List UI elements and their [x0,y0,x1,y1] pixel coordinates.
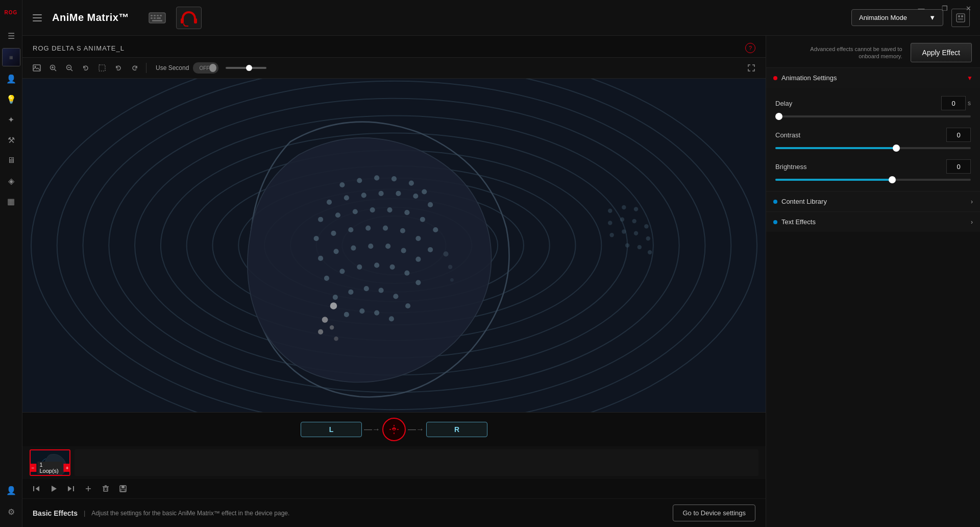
content-library-title: Content Library [781,198,967,205]
svg-point-65 [383,226,388,231]
animation-settings-title: Animation Settings [781,74,963,82]
close-button[interactable]: ✕ [957,0,980,16]
delay-slider[interactable] [775,115,971,117]
canvas-svg [22,79,766,412]
right-panel-header: Advanced effects cannot be saved to onbo… [766,36,980,67]
sync-link-icon[interactable] [382,418,406,441]
zoom-in-button[interactable] [46,61,60,75]
toggle-label: OFF [199,65,209,71]
svg-point-59 [420,217,425,222]
contrast-slider[interactable] [775,147,971,149]
rog-logo-text: ROG [5,10,18,15]
window-chrome: — ❐ ✕ [910,0,980,16]
apply-effect-button[interactable]: Apply Effect [911,43,972,62]
sidebar-item-aura[interactable]: ◈ [2,172,20,190]
use-second-toggle[interactable]: OFF [193,62,218,74]
brightness-slider-row [226,67,266,69]
fullscreen-button[interactable] [744,61,758,75]
clip-empty-area[interactable] [75,449,758,476]
svg-point-68 [428,247,433,252]
svg-point-55 [353,209,358,214]
svg-point-80 [390,265,395,270]
brightness-setting: Brightness 0 [775,159,971,181]
contrast-value-box[interactable]: 0 [946,128,971,142]
loop-plus-button[interactable]: + [64,464,70,472]
save-button[interactable] [116,482,130,495]
top-brightness-slider[interactable] [226,67,266,69]
sidebar-item-devices[interactable]: 💡 [2,90,20,108]
hamburger-menu[interactable] [33,14,42,21]
redo-button[interactable] [128,61,142,75]
headset-device-icon[interactable] [176,7,202,29]
keyboard-device-icon[interactable] [144,7,170,29]
svg-point-52 [428,202,433,207]
content-library-arrow: › [971,198,973,205]
sidebar-item-profile[interactable]: 👤 [2,69,20,88]
svg-point-114 [648,250,652,254]
svg-point-47 [344,195,349,200]
svg-point-84 [348,290,353,295]
rotate-ccw-button[interactable] [79,61,93,75]
delay-value-box[interactable]: 0 [941,96,966,110]
sidebar-item-media[interactable]: 🖥 [2,151,20,170]
top-slider-thumb [246,65,252,71]
animation-settings-header[interactable]: Animation Settings ▼ [766,68,980,88]
svg-rect-117 [33,486,34,491]
sidebar-item-display[interactable]: ▦ [2,192,20,210]
image-import-button[interactable] [30,61,44,75]
svg-point-109 [622,229,626,233]
restore-button[interactable]: ❐ [933,0,957,16]
svg-rect-5 [151,17,153,19]
select-button[interactable] [95,61,109,75]
svg-point-57 [387,207,392,212]
svg-point-46 [327,200,332,205]
help-icon[interactable]: ? [745,43,755,53]
svg-point-82 [415,280,421,285]
sidebar-item-tools[interactable]: ⚒ [2,131,20,149]
svg-point-71 [351,246,356,251]
delay-unit: s [968,100,971,107]
svg-point-77 [339,269,345,274]
sidebar-item-effects[interactable]: ✦ [2,110,20,129]
contrast-slider-thumb [893,145,900,152]
sidebar-item-home[interactable]: ☰ [2,27,20,45]
play-button[interactable] [47,482,60,495]
toggle-knob [209,64,216,72]
svg-point-48 [361,193,366,198]
canvas-viewport [22,79,766,412]
svg-point-93 [330,302,337,309]
left-panel-indicator[interactable]: L [301,422,362,437]
animation-settings-body: Delay 0 s [766,88,980,191]
svg-point-72 [368,244,373,249]
skip-back-button[interactable] [30,482,43,495]
brightness-label: Brightness [775,163,806,171]
brightness-slider[interactable] [775,179,971,181]
sidebar-item-user-settings[interactable]: 👤 [2,481,20,499]
right-panel-indicator[interactable]: R [426,422,487,437]
loop-minus-button[interactable]: − [30,464,36,472]
skip-forward-button[interactable] [64,482,78,495]
undo-button[interactable] [111,61,126,75]
svg-point-58 [404,210,409,215]
brightness-slider-thumb [889,176,896,183]
brightness-value-box[interactable]: 0 [946,159,971,174]
zoom-out-button[interactable] [62,61,77,75]
text-effects-header[interactable]: Text Effects › [766,211,980,232]
use-second-label: Use Second [156,64,189,71]
sidebar-item-app-settings[interactable]: ⚙ [2,502,20,521]
svg-point-54 [335,212,340,218]
svg-point-95 [318,329,323,334]
minimize-button[interactable]: — [910,0,933,16]
svg-point-76 [324,276,329,281]
add-clip-button[interactable] [82,482,95,495]
clip-thumbnail[interactable]: − 1 Loop(s) + [30,449,70,476]
svg-point-94 [322,317,328,323]
sidebar-device-thumb[interactable]: ▦ [2,48,20,66]
svg-rect-16 [33,65,40,71]
brightness-slider-fill [775,179,893,181]
goto-device-button[interactable]: Go to Device settings [673,505,755,521]
svg-point-60 [433,227,438,232]
content-library-header[interactable]: Content Library › [766,191,980,211]
delete-clip-button[interactable] [99,482,112,495]
clip-loop-badge: − 1 Loop(s) + [30,462,70,474]
